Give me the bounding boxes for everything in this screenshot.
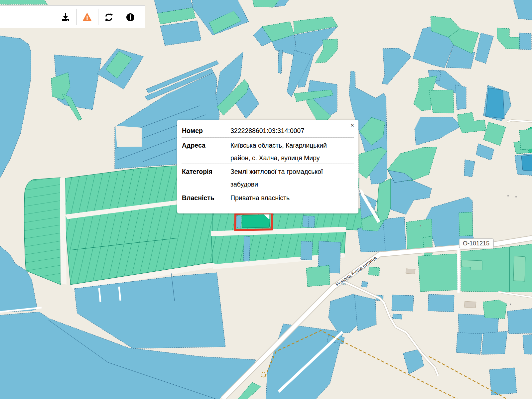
svg-text:О-101215: О-101215 xyxy=(463,240,489,247)
